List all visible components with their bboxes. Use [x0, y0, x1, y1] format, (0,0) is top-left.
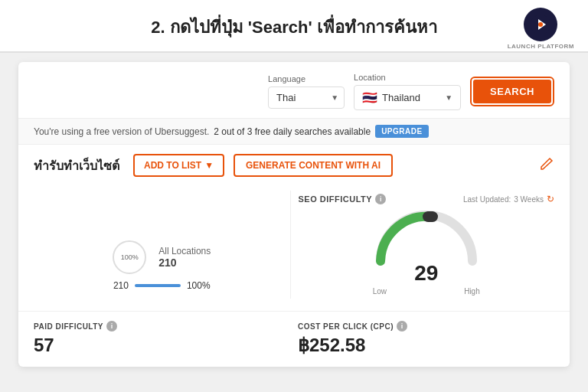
- all-locations-label: All Locations: [158, 246, 211, 256]
- volume-circle: 100%: [113, 240, 146, 274]
- paid-difficulty-stat: PAID DIFFICULTY i 57: [34, 321, 290, 356]
- logo-text: LAUNCH PLATFORM: [508, 43, 574, 50]
- logo-icon: [524, 8, 557, 41]
- refresh-icon[interactable]: ↻: [547, 194, 554, 204]
- language-select-wrapper: Thai ▼: [268, 87, 345, 109]
- seo-title: SEO DIFFICULTY: [299, 194, 373, 204]
- logo-area: LAUNCH PLATFORM: [508, 8, 574, 50]
- add-to-list-button[interactable]: ADD TO LIST ▼: [133, 154, 224, 177]
- page-title: 2. กดไปที่ปุ่ม 'Search' เพื่อทำการค้นหา: [151, 18, 437, 37]
- bottom-stats: PAID DIFFICULTY i 57 COST PER CLICK (CPC…: [18, 311, 570, 367]
- gauge-container: 29 Low High: [299, 207, 555, 296]
- volume-bar-percent: 100%: [187, 280, 211, 291]
- seo-info-icon: i: [375, 194, 386, 204]
- paid-info-icon: i: [106, 321, 117, 332]
- location-dropdown-arrow: ▼: [445, 93, 452, 102]
- cpc-stat: COST PER CLICK (CPC) i ฿252.58: [290, 321, 554, 356]
- header: 2. กดไปที่ปุ่ม 'Search' เพื่อทำการค้นหา …: [0, 0, 588, 53]
- seo-score: 29: [414, 261, 438, 286]
- flag-icon: 🇹🇭: [362, 90, 377, 105]
- cpc-label: COST PER CLICK (CPC): [298, 322, 394, 331]
- dropdown-arrow-icon: ▼: [204, 160, 214, 171]
- volume-circle-container: 100% All Locations 210: [113, 240, 211, 274]
- cpc-value: ฿252.58: [298, 335, 547, 356]
- language-select[interactable]: Thai: [268, 87, 345, 109]
- svg-point-2: [538, 22, 543, 27]
- volume-bar-row: 210 100%: [113, 280, 211, 291]
- cpc-label-row: COST PER CLICK (CPC) i: [298, 321, 547, 332]
- upgrade-button[interactable]: UPGRADE: [375, 125, 429, 138]
- paid-label-row: PAID DIFFICULTY i: [34, 321, 283, 332]
- volume-bar: [135, 284, 181, 287]
- gauge-low-label: Low: [373, 287, 387, 296]
- generate-content-button[interactable]: GENERATE CONTENT WITH AI: [234, 154, 393, 177]
- search-button[interactable]: SEARCH: [473, 80, 551, 103]
- keyword-row: ทํารับทำเว็บไซต์ ADD TO LIST ▼ GENERATE …: [18, 145, 570, 185]
- gauge-labels: Low High: [373, 287, 480, 296]
- location-input[interactable]: 🇹🇭 Thailand ▼: [354, 85, 461, 110]
- location-text: Thailand: [382, 92, 420, 103]
- location-field-group: Location 🇹🇭 Thailand ▼: [354, 73, 461, 110]
- content-panel: Language Thai ▼ Location 🇹🇭 Thailand ▼ S…: [18, 62, 570, 367]
- gauge-svg: [373, 207, 480, 269]
- gauge-high-label: High: [464, 287, 480, 296]
- free-searches-count: 2 out of 3 free daily searches available: [214, 126, 371, 137]
- volume-bar-number: 210: [113, 280, 129, 291]
- last-updated-label: Last Updated:: [463, 195, 511, 204]
- location-label: Location: [354, 73, 461, 82]
- volume-info: All Locations 210: [158, 246, 211, 269]
- cpc-info-icon: i: [397, 321, 407, 332]
- seo-header: SEO DIFFICULTY i Last Updated: 3 Weeks ↻: [299, 194, 555, 204]
- volume-area: 100% All Locations 210 210 100%: [34, 191, 290, 299]
- stats-row: 100% All Locations 210 210 100% SEO DIFF…: [18, 185, 570, 311]
- paid-difficulty-value: 57: [34, 335, 283, 356]
- main-container: 2. กดไปที่ปุ่ม 'Search' เพื่อทำการค้นหา …: [0, 0, 588, 392]
- seo-title-row: SEO DIFFICULTY i: [299, 194, 387, 204]
- seo-difficulty-area: SEO DIFFICULTY i Last Updated: 3 Weeks ↻: [290, 191, 555, 299]
- volume-count: 210: [158, 256, 211, 269]
- language-label: Language: [268, 74, 345, 83]
- search-row: Language Thai ▼ Location 🇹🇭 Thailand ▼ S…: [18, 62, 570, 118]
- last-updated-value: 3 Weeks: [514, 195, 544, 204]
- last-updated: Last Updated: 3 Weeks ↻: [463, 194, 554, 204]
- paid-difficulty-label: PAID DIFFICULTY: [34, 322, 103, 331]
- search-button-wrapper: SEARCH: [470, 77, 554, 106]
- free-version-message: You're using a free version of Ubersugge…: [34, 126, 209, 137]
- keyword-text: ทํารับทำเว็บไซต์: [34, 156, 119, 175]
- edit-icon-button[interactable]: [539, 156, 554, 175]
- free-version-bar: You're using a free version of Ubersugge…: [18, 118, 570, 145]
- language-field-group: Language Thai ▼: [268, 74, 345, 109]
